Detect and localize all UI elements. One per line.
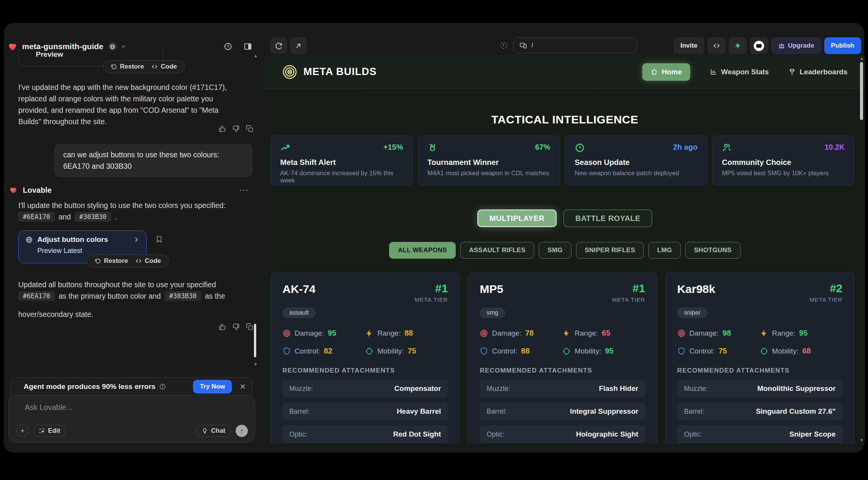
message-actions-2 <box>219 323 254 331</box>
filter-lmg[interactable]: LMG <box>648 242 681 259</box>
weapon-class-badge: assault <box>282 307 316 318</box>
app-scrollbar-thumb[interactable] <box>860 62 863 120</box>
weapon-card-mp5[interactable]: MP5 #1 META TIER smg Damage: 78 Range: <box>468 272 657 444</box>
range-zap-icon <box>365 329 373 338</box>
app-scroll-up-icon[interactable]: ▲ <box>860 56 864 61</box>
intel-value: +15% <box>383 143 403 152</box>
dev-code-button[interactable] <box>707 37 726 54</box>
edit-mode-button[interactable]: Edit <box>33 425 66 437</box>
assistant-message-3-end: hover/secondary state. <box>18 309 238 320</box>
weapon-name: MP5 <box>480 283 503 296</box>
restore-icon <box>111 64 117 70</box>
attachment-row: Barrel: Integral Suppressor <box>480 403 645 420</box>
intel-card-tournament[interactable]: 67% Tournament Winner M4A1 most picked w… <box>418 136 560 186</box>
color-chip-secondary: #303B30 <box>75 212 111 222</box>
code-button[interactable]: Code <box>136 257 161 265</box>
try-now-button[interactable]: Try Now <box>193 380 232 394</box>
info-icon[interactable] <box>159 383 166 390</box>
range-zap-icon <box>562 329 571 338</box>
crown-icon <box>778 42 785 49</box>
chat-scroll-down-icon[interactable]: ▼ <box>254 362 258 366</box>
weapon-filter-row: ALL WEAPONS ASSAULT RIFLES SMG SNIPER RI… <box>265 242 865 259</box>
thumbs-down-icon[interactable] <box>232 125 240 133</box>
control-shield-icon <box>677 347 686 355</box>
restore-button[interactable]: Restore <box>111 63 144 70</box>
history-icon[interactable] <box>222 40 235 53</box>
attachment-row: Muzzle: Monolithic Suppressor <box>677 380 842 397</box>
restore-button[interactable]: Restore <box>95 257 128 265</box>
code-button[interactable]: Code <box>152 63 177 70</box>
intel-card-meta-shift[interactable]: +15% Meta Shift Alert AK-74 dominance in… <box>271 136 413 186</box>
app-scroll-down-icon[interactable]: ▼ <box>860 438 864 442</box>
filter-shotguns[interactable]: SHOTGUNS <box>685 242 740 259</box>
intel-subtitle: New weapon balance patch deployed <box>575 170 698 177</box>
copy-icon[interactable] <box>246 323 254 331</box>
intel-value: 67% <box>535 143 550 152</box>
intel-subtitle: MP5 voted best SMG by 10K+ players <box>722 170 845 177</box>
control-shield-icon <box>282 347 291 355</box>
filter-assault-rifles[interactable]: ASSAULT RIFLES <box>460 242 534 259</box>
thumbs-down-icon[interactable] <box>232 323 240 331</box>
intel-cards-row: +15% Meta Shift Alert AK-74 dominance in… <box>271 136 854 186</box>
pending-clock-icon <box>499 41 508 50</box>
intel-value: 2h ago <box>673 143 697 152</box>
users-icon <box>722 143 732 153</box>
intel-card-season[interactable]: 2h ago Season Update New weapon balance … <box>565 136 707 186</box>
weapon-card-kar98k[interactable]: Kar98k #2 META TIER sniper Damage: 98 Ra <box>665 272 854 444</box>
nav-home[interactable]: Home <box>642 63 690 81</box>
weapon-class-badge: sniper <box>677 307 708 318</box>
chat-scrollbar-thumb[interactable] <box>254 324 256 357</box>
assistant-message-2-intro: I'll update the button styling to use th… <box>18 200 238 211</box>
chat-scroll-up-icon[interactable]: ▲ <box>254 53 258 58</box>
thumbs-up-icon[interactable] <box>219 125 226 133</box>
composer-placeholder[interactable]: Ask Lovable... <box>25 403 248 412</box>
range-value: 95 <box>799 329 807 338</box>
attachments-label: RECOMMENDED ATTACHMENTS <box>480 367 645 374</box>
intel-value: 10.2K <box>825 143 845 152</box>
medal-icon <box>428 143 437 153</box>
chat-mode-button[interactable]: Chat <box>196 425 231 437</box>
damage-value: 95 <box>328 329 336 338</box>
version-actions-pill: Restore Code <box>103 60 185 73</box>
mode-battle-royale-button[interactable]: BATTLE ROYALE <box>563 210 652 227</box>
intel-subtitle: M4A1 most picked weapon in CDL matches <box>428 170 550 177</box>
copy-icon[interactable] <box>246 125 254 133</box>
filter-smg[interactable]: SMG <box>539 242 571 259</box>
attachment-row: Muzzle: Flash Hider <box>480 380 645 397</box>
refresh-icon[interactable] <box>270 37 287 54</box>
responsive-device-icon[interactable] <box>520 42 527 49</box>
message-more-icon[interactable]: ⋯ <box>239 185 249 195</box>
bookmark-icon[interactable] <box>155 235 163 243</box>
damage-target-icon <box>677 329 686 338</box>
attach-plus-button[interactable]: + <box>16 425 29 437</box>
filter-sniper-rifles[interactable]: SNIPER RIFLES <box>576 242 644 259</box>
restore-icon <box>95 258 101 264</box>
preview-url-input[interactable]: / <box>513 37 637 53</box>
filter-all-weapons[interactable]: ALL WEAPONS <box>389 242 456 259</box>
intel-card-community[interactable]: 10.2K Community Choice MP5 voted best SM… <box>712 136 854 186</box>
banner-close-icon[interactable]: ✕ <box>239 382 246 391</box>
mobility-crosshair-icon <box>365 347 373 355</box>
attachments-label: RECOMMENDED ATTACHMENTS <box>282 367 448 374</box>
nav-weapon-stats[interactable]: Weapon Stats <box>710 68 769 76</box>
panel-toggle-icon[interactable] <box>241 40 254 53</box>
chat-composer[interactable]: Ask Lovable... + Edit Chat ↑ <box>8 395 255 443</box>
screenshot-canvas: meta-gunsmith-guide ▲ Preview Restore <box>0 0 868 480</box>
thumbs-up-icon[interactable] <box>219 323 226 331</box>
supabase-button[interactable] <box>729 37 747 54</box>
edit-action-title: Adjust button colors <box>37 235 108 244</box>
github-button[interactable] <box>750 37 768 54</box>
meta-tier-label: META TIER <box>809 296 842 303</box>
open-in-new-tab-icon[interactable] <box>290 37 307 54</box>
upgrade-button[interactable]: Upgrade <box>771 37 821 54</box>
app-brand: META BUILDS <box>303 66 377 78</box>
nav-leaderboards[interactable]: Leaderboards <box>788 68 847 76</box>
intel-title: Meta Shift Alert <box>280 158 403 167</box>
weapon-card-ak74[interactable]: AK-74 #1 META TIER assault Damage: 95 Ra <box>271 272 460 444</box>
app-scrollbar[interactable]: ▲ ▼ <box>859 57 864 442</box>
invite-button[interactable]: Invite <box>673 37 704 54</box>
attachment-row: Muzzle: Compensator <box>282 380 448 397</box>
mode-multiplayer-button[interactable]: MULTIPLAYER <box>477 210 557 227</box>
publish-button[interactable]: Publish <box>824 37 861 54</box>
send-button[interactable]: ↑ <box>236 425 248 437</box>
